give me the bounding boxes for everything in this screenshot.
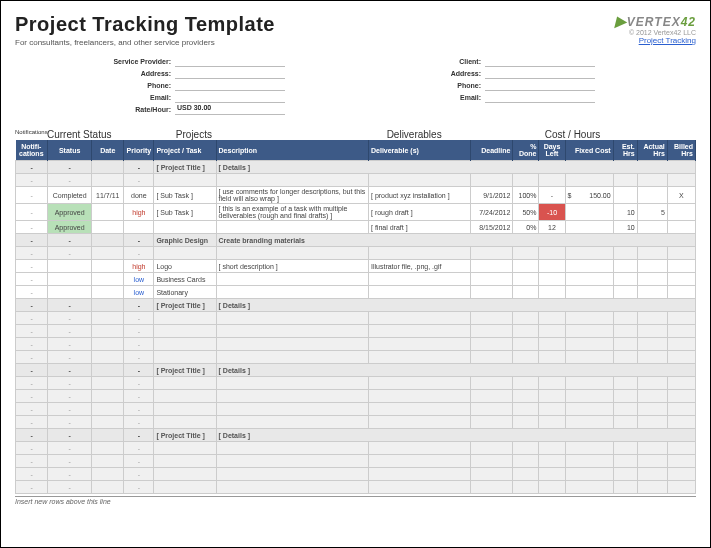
col-project[interactable]: Project / Task: [154, 140, 216, 161]
table-row[interactable]: ---[ Project Title ][ Details ]: [16, 364, 696, 377]
client-column: Client: Address: Phone: Email:: [405, 55, 595, 115]
table-row[interactable]: ---[ Project Title ][ Details ]: [16, 299, 696, 312]
provider-email-field[interactable]: [175, 92, 285, 103]
table-row[interactable]: ---: [16, 481, 696, 494]
table-row[interactable]: ---: [16, 312, 696, 325]
col-date[interactable]: Date: [92, 140, 124, 161]
table-row[interactable]: ---: [16, 377, 696, 390]
provider-address-label: Address:: [95, 70, 175, 77]
table-row[interactable]: ---: [16, 455, 696, 468]
title-block: Project Tracking Template For consultant…: [15, 13, 275, 47]
client-phone-label: Phone:: [405, 82, 485, 89]
subtitle: For consultants, freelancers, and other …: [15, 38, 275, 47]
client-name-label: Client:: [405, 58, 485, 65]
table-row[interactable]: ---: [16, 468, 696, 481]
project-table: Notifi-cations Status Date Priority Proj…: [15, 140, 696, 494]
col-days[interactable]: Days Left: [539, 140, 565, 161]
col-priority[interactable]: Priority: [124, 140, 154, 161]
copyright: © 2012 Vertex42 LLC: [615, 29, 696, 36]
header: Project Tracking Template For consultant…: [15, 13, 696, 47]
col-fixed[interactable]: Fixed Cost: [565, 140, 613, 161]
table-row[interactable]: ---Graphic DesignCreate branding materia…: [16, 234, 696, 247]
table-body: ---[ Project Title ][ Details ]----Compl…: [16, 161, 696, 494]
client-address-label: Address:: [405, 70, 485, 77]
col-est[interactable]: Est. Hrs: [613, 140, 637, 161]
col-actual[interactable]: Actual Hrs: [637, 140, 667, 161]
status-approved: Approved: [48, 221, 92, 234]
table-row[interactable]: ---: [16, 174, 696, 187]
column-group-row: Notifications Current Status Projects De…: [15, 129, 696, 140]
table-row[interactable]: ---: [16, 338, 696, 351]
group-status: Current Status: [47, 129, 176, 140]
logo-block: ▶VERTEX42 © 2012 Vertex42 LLC Project Tr…: [615, 13, 696, 45]
table-row[interactable]: -Approvedhigh[ Sub Task ][ this is an ex…: [16, 204, 696, 221]
table-row[interactable]: ---[ Project Title ][ Details ]: [16, 429, 696, 442]
table-row[interactable]: -lowBusiness Cards: [16, 273, 696, 286]
col-description[interactable]: Description: [216, 140, 368, 161]
header-row: Notifi-cations Status Date Priority Proj…: [16, 140, 696, 161]
col-status[interactable]: Status: [48, 140, 92, 161]
client-email-label: Email:: [405, 94, 485, 101]
info-section: Service Provider: Address: Phone: Email:…: [95, 55, 696, 115]
table-row[interactable]: ---: [16, 442, 696, 455]
table-row[interactable]: -Approved[ final draft ]8/15/20120%1210: [16, 221, 696, 234]
table-row[interactable]: ---: [16, 351, 696, 364]
group-deliverables: Deliverables: [387, 129, 545, 140]
group-notif: Notifications: [15, 129, 47, 140]
col-pct[interactable]: % Done: [513, 140, 539, 161]
col-deliverable[interactable]: Deliverable (s): [369, 140, 471, 161]
table-row[interactable]: ---: [16, 325, 696, 338]
rate-field[interactable]: USD 30.00: [175, 104, 285, 115]
provider-name-label: Service Provider:: [95, 58, 175, 65]
rate-label: Rate/Hour:: [95, 106, 175, 113]
provider-email-label: Email:: [95, 94, 175, 101]
provider-phone-field[interactable]: [175, 80, 285, 91]
page-title: Project Tracking Template: [15, 13, 275, 36]
provider-name-field[interactable]: [175, 56, 285, 67]
client-email-field[interactable]: [485, 92, 595, 103]
client-phone-field[interactable]: [485, 80, 595, 91]
table-row[interactable]: ---: [16, 403, 696, 416]
client-address-field[interactable]: [485, 68, 595, 79]
table-row[interactable]: ---[ Project Title ][ Details ]: [16, 161, 696, 174]
table-row[interactable]: ---: [16, 416, 696, 429]
group-projects: Projects: [176, 129, 387, 140]
group-cost: Cost / Hours: [545, 129, 696, 140]
provider-address-field[interactable]: [175, 68, 285, 79]
table-row[interactable]: ---: [16, 390, 696, 403]
project-tracking-link[interactable]: Project Tracking: [639, 36, 696, 45]
logo-arrow-icon: ▶: [615, 13, 627, 29]
table-row[interactable]: -lowStationary: [16, 286, 696, 299]
col-notif[interactable]: Notifi-cations: [16, 140, 48, 161]
col-deadline[interactable]: Deadline: [471, 140, 513, 161]
table-row[interactable]: -Completed11/7/11done[ Sub Task ][ use c…: [16, 187, 696, 204]
table-row[interactable]: ---: [16, 247, 696, 260]
table-row[interactable]: -highLogo[ short description ]Illustrato…: [16, 260, 696, 273]
status-approved: Approved: [48, 204, 92, 221]
provider-column: Service Provider: Address: Phone: Email:…: [95, 55, 285, 115]
vertex-logo: ▶VERTEX42: [615, 13, 696, 29]
col-billed[interactable]: Billed Hrs: [667, 140, 695, 161]
client-name-field[interactable]: [485, 56, 595, 67]
provider-phone-label: Phone:: [95, 82, 175, 89]
footer-note: Insert new rows above this line: [15, 496, 696, 505]
